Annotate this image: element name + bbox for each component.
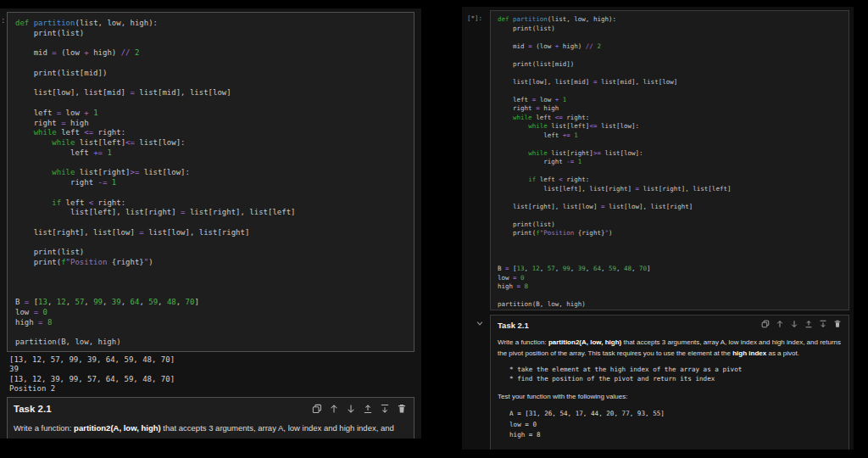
delete-icon[interactable] — [833, 320, 842, 328]
markdown-cell-task[interactable]: Task 2.1 Write a function: partition2(A,… — [7, 397, 415, 438]
code-cell[interactable]: def partition(list, low, high): print(li… — [490, 10, 849, 310]
duplicate-icon[interactable] — [312, 404, 322, 414]
cell-header: Task 2.1 — [491, 316, 849, 330]
move-up-icon[interactable] — [776, 320, 784, 328]
execution-prompt: : — [1, 16, 5, 25]
code-cell[interactable]: def partition(list, low, high): print(li… — [7, 12, 415, 352]
collapse-chevron-icon[interactable] — [476, 319, 484, 327]
task-code-block: A = [31, 26, 54, 17, 44, 20, 77, 93, 55]… — [509, 409, 849, 440]
cell-header: Task 2.1 — [8, 398, 414, 414]
notebook-panel-right: [*]: def partition(list, low, high): pri… — [462, 7, 854, 450]
code-editor[interactable]: def partition(list, low, high): print(li… — [491, 11, 849, 310]
task-bullet-list: * take the element at the high index of … — [509, 365, 849, 383]
insert-below-icon[interactable] — [380, 404, 390, 414]
duplicate-icon[interactable] — [761, 320, 770, 328]
task-title: Task 2.1 — [8, 398, 52, 414]
code-editor[interactable]: def partition(list, low, high): print(li… — [8, 13, 414, 348]
move-down-icon[interactable] — [346, 404, 356, 414]
task-description: Write a function: partition2(A, low, hig… — [498, 337, 842, 359]
task-title: Task 2.1 — [491, 316, 529, 330]
cell-toolbar — [761, 320, 842, 328]
cell-toolbar — [312, 404, 407, 414]
notebook-panel-left: : def partition(list, low, high): print(… — [0, 8, 421, 438]
task-description: Write a function: partition2(A, low, hig… — [14, 422, 408, 433]
insert-above-icon[interactable] — [804, 320, 813, 328]
execution-prompt: [*]: — [467, 14, 482, 22]
markdown-cell-task[interactable]: Task 2.1 Write a function: partition2(A,… — [490, 315, 849, 450]
delete-icon[interactable] — [397, 404, 407, 414]
cell-output: [13, 12, 57, 99, 39, 64, 59, 48, 70]39[1… — [9, 355, 175, 394]
move-up-icon[interactable] — [329, 404, 339, 414]
move-down-icon[interactable] — [790, 320, 798, 328]
insert-above-icon[interactable] — [363, 404, 373, 414]
task-test-instruction: Test your function with the following va… — [498, 391, 842, 402]
insert-below-icon[interactable] — [819, 320, 827, 328]
